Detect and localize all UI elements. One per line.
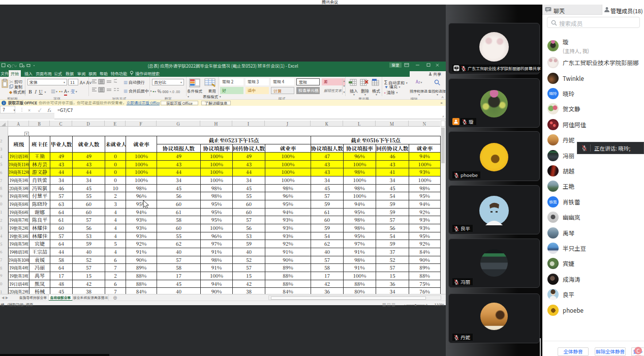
svg-text:i: i bbox=[4, 101, 5, 105]
